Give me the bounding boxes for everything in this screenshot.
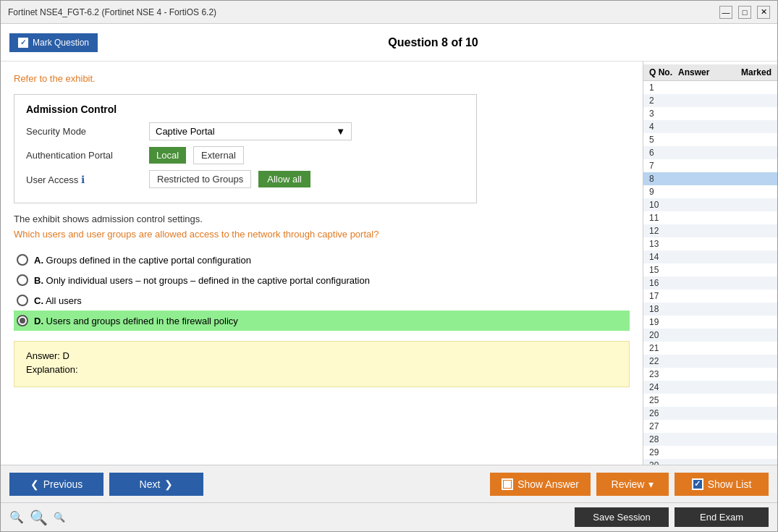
sidebar-row[interactable]: 17: [643, 290, 777, 303]
sidebar-row[interactable]: 4: [643, 120, 777, 133]
sidebar-row[interactable]: 16: [643, 276, 777, 290]
answer-label: Answer: D: [26, 350, 617, 361]
review-arrow-icon: ▾: [648, 478, 654, 490]
bottom-nav: ❮ Previous Next ❯ Show Answer Review ▾ S…: [1, 465, 777, 502]
sidebar-header: Q No. Answer Marked: [643, 64, 777, 81]
radio-c[interactable]: [17, 295, 28, 306]
options-list: A. Groups defined in the captive portal …: [14, 250, 630, 331]
sidebar-row[interactable]: 3: [643, 107, 777, 120]
mark-question-button[interactable]: Mark Question: [9, 33, 98, 52]
sidebar-row[interactable]: 26: [643, 407, 777, 420]
zoom-normal-icon[interactable]: 🔍: [30, 509, 48, 526]
question-text: Which users and user groups are allowed …: [14, 229, 630, 240]
sidebar-row[interactable]: 21: [643, 342, 777, 355]
sidebar-row[interactable]: 15: [643, 263, 777, 276]
question-title: Question 8 of 10: [98, 36, 769, 49]
sidebar-row[interactable]: 22: [643, 355, 777, 368]
show-list-button[interactable]: Show List: [675, 473, 769, 496]
sidebar-row-qno: 6: [649, 148, 678, 158]
sidebar-row[interactable]: 10: [643, 198, 777, 211]
exhibit-title: Admission Control: [26, 104, 465, 115]
review-button[interactable]: Review ▾: [596, 473, 669, 496]
sidebar-row[interactable]: 25: [643, 394, 777, 407]
show-answer-checkbox-icon: [502, 478, 513, 490]
sidebar-row[interactable]: 2: [643, 94, 777, 107]
sidebar-row-qno: 5: [649, 135, 678, 145]
zoom-in-icon[interactable]: 🔍: [9, 510, 24, 524]
user-access-label: User Access ℹ: [26, 174, 142, 185]
sidebar-row[interactable]: 18: [643, 303, 777, 316]
sidebar-row-qno: 19: [649, 317, 678, 327]
review-label: Review: [612, 478, 645, 490]
zoom-out-icon[interactable]: 🔍: [54, 512, 65, 523]
sidebar-row[interactable]: 20: [643, 329, 777, 342]
maximize-button[interactable]: □: [738, 6, 751, 19]
sidebar-col-qno: Q No.: [649, 67, 678, 77]
option-c[interactable]: C. All users: [14, 290, 630, 311]
sidebar-row-qno: 28: [649, 434, 678, 444]
sidebar-row-qno: 16: [649, 278, 678, 288]
minimize-button[interactable]: —: [719, 6, 732, 19]
sidebar-row-qno: 2: [649, 96, 678, 106]
sidebar-row[interactable]: 1: [643, 81, 777, 94]
next-label: Next: [140, 478, 161, 490]
end-exam-button[interactable]: End Exam: [675, 507, 769, 527]
toolbar: Mark Question Question 8 of 10: [1, 24, 777, 62]
sidebar-row[interactable]: 28: [643, 433, 777, 446]
security-mode-label: Security Mode: [26, 126, 142, 137]
security-mode-dropdown[interactable]: Captive Portal ▼: [149, 122, 352, 140]
save-session-button[interactable]: Save Session: [575, 507, 669, 527]
option-d-text: D. Users and groups defined in the firew…: [34, 316, 238, 326]
next-button[interactable]: Next ❯: [109, 473, 203, 496]
sidebar-row[interactable]: 6: [643, 146, 777, 159]
allow-all-button[interactable]: Allow all: [258, 171, 310, 187]
exhibit-description: The exhibit shows admission control sett…: [14, 214, 630, 224]
option-d[interactable]: D. Users and groups defined in the firew…: [14, 311, 630, 331]
sidebar-row-qno: 26: [649, 408, 678, 418]
sidebar-row[interactable]: 8: [643, 172, 777, 185]
option-b-text: B. Only individual users – not groups – …: [34, 275, 370, 286]
radio-d[interactable]: [17, 315, 28, 326]
sidebar-row[interactable]: 13: [643, 237, 777, 250]
restricted-groups-button[interactable]: Restricted to Groups: [149, 170, 251, 188]
show-answer-button[interactable]: Show Answer: [490, 473, 591, 496]
sidebar-row[interactable]: 27: [643, 420, 777, 433]
previous-button[interactable]: ❮ Previous: [9, 473, 103, 496]
sidebar-row-qno: 10: [649, 200, 678, 210]
sidebar-row[interactable]: 14: [643, 250, 777, 263]
sidebar-row[interactable]: 23: [643, 368, 777, 381]
show-answer-label: Show Answer: [517, 478, 579, 490]
user-access-row: User Access ℹ Restricted to Groups Allow…: [26, 170, 465, 188]
sidebar-row[interactable]: 29: [643, 446, 777, 459]
sidebar-row[interactable]: 19: [643, 316, 777, 329]
sidebar-row[interactable]: 5: [643, 133, 777, 146]
sidebar-row[interactable]: 12: [643, 224, 777, 237]
sidebar-row-qno: 27: [649, 421, 678, 431]
option-b[interactable]: B. Only individual users – not groups – …: [14, 270, 630, 290]
info-icon[interactable]: ℹ: [81, 174, 85, 185]
sidebar-row-qno: 8: [649, 174, 678, 184]
auth-external-button[interactable]: External: [193, 146, 244, 164]
sidebar-row-qno: 14: [649, 252, 678, 262]
radio-a[interactable]: [17, 254, 28, 266]
sidebar-row-qno: 24: [649, 382, 678, 392]
close-button[interactable]: ✕: [757, 6, 770, 19]
sidebar-row[interactable]: 9: [643, 185, 777, 198]
radio-b[interactable]: [17, 274, 28, 286]
auth-local-button[interactable]: Local: [149, 147, 186, 164]
sidebar-row[interactable]: 30: [643, 459, 777, 465]
sidebar-row-qno: 13: [649, 239, 678, 249]
option-c-text: C. All users: [34, 295, 82, 306]
sidebar-row-qno: 4: [649, 122, 678, 132]
next-arrow-icon: ❯: [164, 478, 173, 490]
sidebar-row-qno: 25: [649, 395, 678, 405]
main-content: Refer to the exhibit. Admission Control …: [1, 62, 777, 465]
sidebar-row[interactable]: 11: [643, 211, 777, 224]
sidebar-row-qno: 1: [649, 83, 678, 93]
option-a[interactable]: A. Groups defined in the captive portal …: [14, 250, 630, 270]
sidebar-row[interactable]: 7: [643, 159, 777, 172]
sidebar-row[interactable]: 24: [643, 381, 777, 394]
sidebar-row-qno: 11: [649, 213, 678, 223]
sidebar-row-qno: 17: [649, 291, 678, 301]
sidebar-row-qno: 23: [649, 369, 678, 379]
